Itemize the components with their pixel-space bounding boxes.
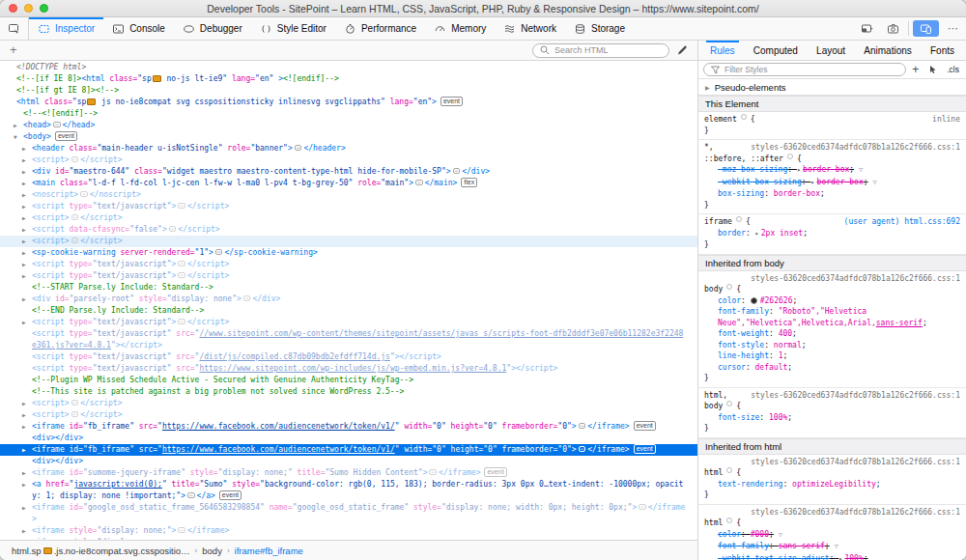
inline-expander[interactable]: ⋯ — [178, 527, 185, 533]
expand-value-icon[interactable]: ▸ — [755, 229, 759, 240]
markup-row[interactable]: ▶<iframe id="google_osd_static_frame_564… — [0, 502, 697, 525]
inline-expander[interactable]: ⋯ — [71, 411, 79, 417]
markup-row[interactable]: <!--END Parse.ly Include: Standard--> — [0, 305, 697, 317]
markup-row[interactable]: <script type="text/javascript" src="/dis… — [0, 351, 697, 363]
inline-expander[interactable]: ⋯ — [579, 446, 586, 452]
expand-arrow-icon[interactable]: ▶ — [22, 467, 26, 479]
markup-row[interactable]: ▶<script>⋯</script> — [0, 398, 697, 409]
inline-expander[interactable]: ⋯ — [429, 469, 437, 475]
pseudo-elements-header[interactable]: ▶Pseudo-elements — [698, 79, 966, 96]
rule-selector[interactable]: ::before, ::after — [704, 154, 783, 165]
property-name[interactable]: border — [718, 229, 746, 238]
css-declaration[interactable]: -moz-box-sizing: ▸border-box;▽ — [704, 164, 960, 177]
inline-expander[interactable]: ⋯ — [178, 272, 185, 278]
rule-toggle[interactable] — [736, 216, 742, 222]
css-declaration[interactable]: font-family: sans-serif;▽ — [704, 541, 960, 553]
rule-selector[interactable]: element — [704, 114, 737, 126]
title-bar[interactable]: Developer Tools - SitePoint – Learn HTML… — [0, 0, 966, 17]
expand-arrow-icon[interactable]: ▶ — [22, 294, 26, 305]
property-value[interactable]: normal — [774, 341, 802, 350]
event-badge[interactable]: event — [634, 444, 656, 454]
rule-selector[interactable]: body — [704, 284, 723, 295]
expand-value-icon[interactable]: ▸ — [838, 554, 842, 560]
markup-row[interactable]: <div></div> — [0, 456, 697, 467]
inline-expander[interactable]: ⋯ — [53, 122, 61, 127]
search-html-input[interactable] — [554, 45, 663, 55]
event-badge[interactable]: event — [484, 467, 506, 477]
expand-arrow-icon[interactable]: ▶ — [22, 178, 26, 189]
css-declaration[interactable]: text-rendering: optimizeLegibility; — [704, 479, 960, 490]
filter-styles-box[interactable] — [703, 63, 906, 76]
expand-arrow-icon[interactable]: ▶ — [22, 166, 26, 178]
property-name[interactable]: text-rendering — [718, 480, 782, 489]
rule-selector[interactable]: html, — [704, 390, 727, 402]
css-declaration[interactable]: border: ▸2px inset; — [704, 228, 960, 240]
markup-row[interactable]: ▶<script type="text/javascript">⋯</scrip… — [0, 201, 697, 212]
rule-toggle[interactable] — [726, 467, 732, 473]
property-name[interactable]: font-weight — [718, 329, 769, 338]
frame-select-button[interactable] — [854, 17, 880, 40]
css-declaration[interactable]: color: #000;▽ — [704, 529, 960, 542]
event-badge[interactable]: event — [440, 97, 463, 106]
markup-row[interactable]: ▶<div id="parsely-root" style="display: … — [0, 294, 697, 305]
rule-source-link[interactable]: styles-63620ced6374adfdc078b1a126c2f666.… — [745, 273, 960, 285]
property-value[interactable]: border-box — [774, 189, 820, 198]
attr-link[interactable]: https://www.sitepoint.com/wp-includes/js… — [199, 364, 506, 373]
property-name[interactable]: box-sizing — [718, 189, 764, 198]
expand-arrow-icon[interactable]: ▶ — [14, 120, 17, 131]
breadcrumb-item-iframe[interactable]: iframe#fb_iframe — [231, 546, 307, 556]
markup-row[interactable]: ▶<script type="text/javascript">⋯</scrip… — [0, 317, 697, 328]
expand-arrow-icon[interactable]: ▶ — [22, 189, 26, 201]
expand-arrow-icon[interactable]: ▶ — [22, 502, 26, 514]
rule-selector[interactable]: *, — [704, 142, 714, 154]
markup-row[interactable]: ▶<div id="maestro-644" class="widget mae… — [0, 166, 697, 178]
sidebar-tab-rules[interactable]: Rules — [704, 41, 741, 60]
inline-expander[interactable]: ⋯ — [243, 295, 251, 301]
inline-expander[interactable]: ⋯ — [187, 492, 195, 498]
markup-row[interactable]: ▶<a href="javascript:void(0);" title="Su… — [0, 479, 697, 502]
property-value[interactable]: border-box — [817, 178, 864, 186]
expand-arrow-icon[interactable]: ▶ — [22, 270, 26, 282]
sidebar-tab-layout[interactable]: Layout — [810, 41, 851, 60]
expand-arrow-icon[interactable]: ▶ — [22, 201, 26, 212]
inline-expander[interactable]: ⋯ — [169, 226, 177, 232]
collapse-arrow-icon[interactable]: ▼ — [14, 131, 17, 143]
tab-style-editor[interactable]: Style Editor — [251, 17, 335, 40]
property-name[interactable]: font-family — [718, 542, 769, 550]
markup-row[interactable]: <!--START Parse.ly Include: Standard--> — [0, 282, 697, 294]
css-declaration[interactable]: font-style: normal; — [704, 340, 960, 351]
property-value[interactable]: default — [755, 363, 788, 372]
inline-expander[interactable]: ⋯ — [295, 145, 302, 151]
expand-arrow-icon[interactable]: ▶ — [22, 444, 26, 456]
eyedropper-button[interactable] — [669, 44, 694, 56]
markup-row[interactable]: ▶<script>⋯</script> — [0, 409, 697, 421]
expand-arrow-icon[interactable]: ▶ — [22, 421, 26, 433]
css-declaration[interactable]: -webkit-text-size-adjust: ▸100%; — [704, 553, 960, 560]
expand-arrow-icon[interactable]: ▶ — [22, 224, 26, 236]
markup-row[interactable]: <div></div> — [0, 433, 697, 444]
markup-row[interactable]: ▶<script>⋯</script> — [0, 236, 697, 247]
rule-toggle[interactable] — [726, 284, 732, 290]
expand-arrow-icon[interactable]: ▶ — [22, 317, 26, 328]
markup-row[interactable]: <!--[if IE 8]><html class="sp no-js lt-i… — [0, 73, 697, 85]
breadcrumb-item-body[interactable]: body — [198, 546, 226, 556]
css-declaration[interactable]: cursor: default; — [704, 362, 960, 374]
attr-link[interactable]: /dist/js/compiled.c87db09bdb2efdff714d.j… — [199, 352, 389, 361]
inline-expander[interactable]: ⋯ — [579, 423, 586, 429]
add-rule-button[interactable]: + — [910, 65, 921, 74]
expand-arrow-icon[interactable]: ▶ — [22, 259, 26, 270]
sidebar-tab-animations[interactable]: Animations — [858, 41, 917, 60]
tab-debugger[interactable]: Debugger — [174, 17, 251, 40]
markup-row[interactable]: ▶<iframe id="fb_iframe" src="https://www… — [0, 421, 697, 433]
tab-network[interactable]: Network — [495, 17, 565, 40]
property-name[interactable]: -webkit-box-sizing — [718, 178, 802, 186]
inline-expander[interactable]: ⋯ — [178, 203, 185, 209]
markup-row[interactable]: ▶<script type="text/javascript">⋯</scrip… — [0, 259, 697, 270]
attr-link[interactable]: https://www.facebook.com/audiencenetwork… — [162, 422, 395, 431]
markup-row[interactable]: ▶<iframe style="display: none;">⋯</ifram… — [0, 525, 697, 537]
inline-expander[interactable]: ⋯ — [178, 319, 185, 324]
rule-selector[interactable]: html — [704, 467, 723, 479]
more-button[interactable]: ⋯ — [941, 17, 966, 40]
markup-row[interactable]: ▶<sp-cookie-warning server-rendered="1">… — [0, 247, 697, 259]
markup-row[interactable]: ▶<noscript>⋯</noscript> — [0, 189, 697, 201]
